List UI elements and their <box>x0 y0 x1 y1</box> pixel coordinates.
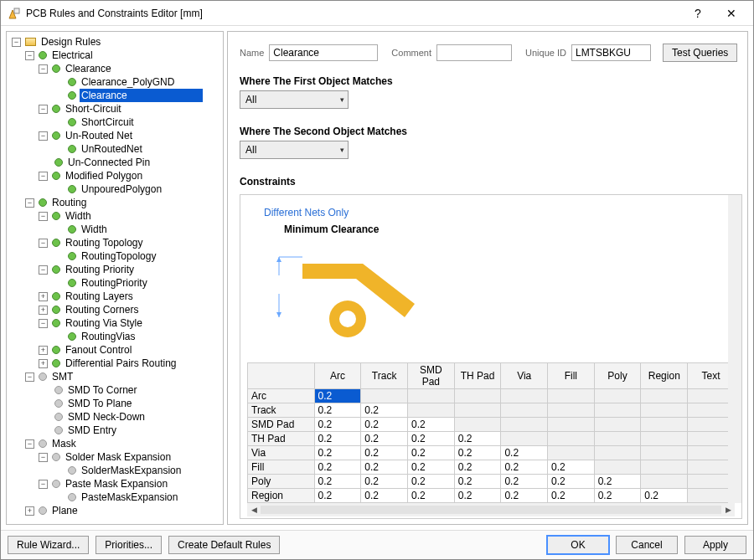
matrix-cell[interactable]: 0.2 <box>454 460 501 475</box>
matrix-cell[interactable]: 0.2 <box>454 446 501 460</box>
tree-item-soldermaskexpansion[interactable]: SolderMaskExpansion <box>80 464 183 477</box>
tree-item-width[interactable]: Width <box>64 209 93 223</box>
tree-item-clearance[interactable]: Clearance <box>64 62 113 75</box>
tree-toggle[interactable]: − <box>39 453 48 462</box>
tree-toggle[interactable]: + <box>25 506 34 516</box>
tree-item-routing-priority[interactable]: Routing Priority <box>64 263 136 276</box>
matrix-cell[interactable]: 0.2 <box>408 460 455 475</box>
tree-item-width-rule[interactable]: Width <box>80 223 109 236</box>
tree-toggle[interactable]: − <box>39 265 48 275</box>
tree-item-clearance-selected[interactable]: Clearance <box>80 89 203 102</box>
matrix-cell[interactable]: 0.2 <box>454 475 501 489</box>
matrix-cell[interactable]: 0.2 <box>501 446 548 460</box>
ok-button[interactable]: OK <box>547 536 609 554</box>
matrix-cell[interactable]: 0.2 <box>314 432 361 446</box>
comment-input[interactable] <box>436 44 512 61</box>
matrix-cell[interactable]: 0.2 <box>361 403 408 418</box>
tree-item-smd-neck[interactable]: SMD Neck-Down <box>66 410 147 424</box>
tree-item-routingtopology[interactable]: RoutingTopology <box>80 249 158 263</box>
close-button[interactable]: ✕ <box>715 1 748 26</box>
matrix-cell[interactable]: 0.2 <box>594 475 641 489</box>
matrix-cell[interactable]: 0.2 <box>361 475 408 489</box>
matrix-cell[interactable]: 0.2 <box>314 389 361 403</box>
matrix-cell[interactable]: 0.2 <box>314 446 361 460</box>
tree-item-short-circuit[interactable]: Short-Circuit <box>64 102 123 116</box>
rules-tree[interactable]: −Design Rules −Electrical −Clearance Cle… <box>6 31 224 525</box>
matrix-cell[interactable]: 0.2 <box>548 489 595 503</box>
matrix-cell[interactable]: 0.2 <box>548 460 595 475</box>
matrix-cell[interactable]: 0.2 <box>314 475 361 489</box>
tree-item-clearance-polygnd[interactable]: Clearance_PolyGND <box>80 75 176 89</box>
tree-item-plane[interactable]: Plane <box>50 504 80 517</box>
tree-item-routing-corners[interactable]: Routing Corners <box>64 303 140 316</box>
different-nets-link[interactable]: Different Nets Only <box>264 207 735 223</box>
clearance-matrix[interactable]: ArcTrackSMD PadTH PadViaFillPolyRegionTe… <box>247 362 735 503</box>
tree-item-smd-entry[interactable]: SMD Entry <box>66 424 118 437</box>
apply-button[interactable]: Apply <box>684 536 746 554</box>
matrix-cell[interactable]: 0.2 <box>314 418 361 432</box>
matrix-cell[interactable]: 0.2 <box>361 489 408 503</box>
tree-item-unpoured-polygon[interactable]: UnpouredPolygon <box>80 182 163 196</box>
tree-item-smd-corner[interactable]: SMD To Corner <box>66 383 138 397</box>
matrix-cell[interactable]: 0.2 <box>594 489 641 503</box>
tree-item-paste-mask-exp[interactable]: Paste Mask Expansion <box>64 477 169 491</box>
tree-toggle[interactable]: − <box>39 212 48 221</box>
tree-toggle[interactable]: + <box>39 346 48 355</box>
tree-item-electrical[interactable]: Electrical <box>50 49 95 62</box>
matrix-cell[interactable]: 0.2 <box>408 446 455 460</box>
matrix-cell[interactable]: 0.2 <box>501 489 548 503</box>
matrix-cell[interactable]: 0.2 <box>408 432 455 446</box>
tree-item-routing-topology[interactable]: Routing Topology <box>64 236 145 249</box>
tree-item-solder-mask-exp[interactable]: Solder Mask Expansion <box>64 450 173 464</box>
test-queries-button[interactable]: Test Queries <box>663 44 737 62</box>
tree-toggle[interactable]: + <box>39 306 48 315</box>
matrix-cell[interactable]: 0.2 <box>314 460 361 475</box>
tree-item-unconnected-pin[interactable]: Un-Connected Pin <box>66 156 152 169</box>
tree-item-pastemaskexpansion[interactable]: PasteMaskExpansion <box>80 491 179 504</box>
tree-item-routingpriority[interactable]: RoutingPriority <box>80 276 149 290</box>
tree-item-design-rules[interactable]: Design Rules <box>39 35 102 49</box>
vertical-scrollbar[interactable] <box>728 195 741 503</box>
matrix-cell[interactable]: 0.2 <box>454 432 501 446</box>
create-default-rules-button[interactable]: Create Default Rules <box>168 536 280 554</box>
name-input[interactable] <box>269 44 378 61</box>
rule-wizard-button[interactable]: Rule Wizard... <box>8 536 89 554</box>
tree-item-routing-layers[interactable]: Routing Layers <box>64 290 135 303</box>
tree-item-unrouted[interactable]: Un-Routed Net <box>64 129 134 142</box>
matrix-cell[interactable]: 0.2 <box>548 475 595 489</box>
matrix-cell[interactable]: 0.2 <box>408 475 455 489</box>
first-object-select[interactable]: All ▾ <box>240 90 349 109</box>
tree-item-routing-via[interactable]: Routing Via Style <box>64 316 144 330</box>
matrix-cell[interactable]: 0.2 <box>361 446 408 460</box>
matrix-cell[interactable]: 0.2 <box>641 489 688 503</box>
tree-toggle[interactable]: − <box>39 131 48 141</box>
tree-toggle[interactable]: + <box>39 292 48 301</box>
priorities-button[interactable]: Priorities... <box>96 536 162 554</box>
matrix-cell[interactable]: 0.2 <box>361 460 408 475</box>
tree-toggle[interactable]: − <box>25 198 34 208</box>
matrix-cell[interactable]: 0.2 <box>361 432 408 446</box>
tree-toggle[interactable]: − <box>12 38 21 47</box>
tree-item-fanout[interactable]: Fanout Control <box>64 343 133 357</box>
matrix-cell[interactable]: 0.2 <box>314 403 361 418</box>
matrix-cell[interactable]: 0.2 <box>501 475 548 489</box>
matrix-cell[interactable]: 0.2 <box>408 418 455 432</box>
tree-item-smd-plane[interactable]: SMD To Plane <box>66 397 133 410</box>
tree-toggle[interactable]: − <box>39 64 48 74</box>
tree-toggle[interactable]: − <box>25 51 34 60</box>
matrix-cell[interactable]: 0.2 <box>408 489 455 503</box>
tree-toggle[interactable]: − <box>25 372 34 382</box>
tree-toggle[interactable]: + <box>39 359 48 368</box>
matrix-cell[interactable]: 0.2 <box>314 489 361 503</box>
tree-item-diff-pairs[interactable]: Differential Pairs Routing <box>64 357 178 370</box>
tree-toggle[interactable]: − <box>39 172 48 181</box>
horizontal-scrollbar[interactable]: ◀▶ <box>247 503 735 516</box>
tree-item-smt[interactable]: SMT <box>50 370 75 383</box>
tree-toggle[interactable]: − <box>39 319 48 328</box>
tree-toggle[interactable]: − <box>39 239 48 248</box>
help-button[interactable]: ? <box>681 1 715 26</box>
cancel-button[interactable]: Cancel <box>616 536 678 554</box>
tree-item-unroutednet[interactable]: UnRoutedNet <box>80 142 144 156</box>
tree-item-shortcircuit[interactable]: ShortCircuit <box>80 116 136 129</box>
second-object-select[interactable]: All ▾ <box>240 141 349 159</box>
